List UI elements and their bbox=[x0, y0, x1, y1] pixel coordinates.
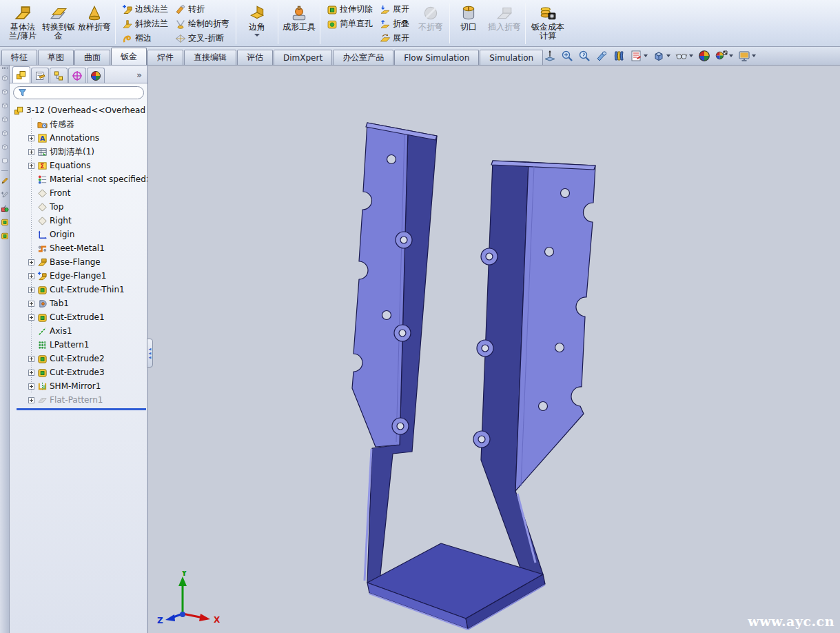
expand-toggle[interactable] bbox=[28, 273, 34, 279]
fold-button[interactable]: 折叠 bbox=[376, 17, 413, 31]
feature-manager-tab[interactable] bbox=[12, 66, 30, 83]
rotate-view-button[interactable] bbox=[595, 50, 608, 62]
edit-appearance-button[interactable] bbox=[698, 50, 710, 62]
tree-item-equations[interactable]: Equations bbox=[10, 159, 147, 172]
cross-break-button[interactable]: 交叉-折断 bbox=[172, 31, 233, 46]
tree-item-cut-extrude1[interactable]: Cut-Extrude1 bbox=[10, 310, 147, 324]
tree-filter-input[interactable] bbox=[27, 88, 139, 97]
tree-item-sheet-metal1[interactable]: Sheet-Metal1 bbox=[10, 241, 147, 255]
tab-surfaces[interactable]: 曲面 bbox=[74, 50, 110, 65]
lofted-bend-button[interactable]: 放样折弯 bbox=[76, 1, 112, 46]
tree-filter[interactable] bbox=[13, 86, 144, 99]
tab-sketch[interactable]: 草图 bbox=[38, 50, 74, 65]
tree-item-flat-pattern1[interactable]: Flat-Pattern1 bbox=[10, 393, 147, 407]
toolbar-grip[interactable] bbox=[2, 67, 8, 69]
expand-toggle[interactable] bbox=[28, 383, 34, 390]
simple-hole-button[interactable]: 简单直孔 bbox=[323, 17, 376, 31]
hem-button[interactable]: 褶边 bbox=[119, 31, 172, 46]
sketch-icon[interactable] bbox=[1, 177, 9, 185]
dropdown-caret[interactable] bbox=[644, 54, 648, 57]
graphics-viewport[interactable]: Y X Z www.ayc.cn bbox=[148, 66, 840, 633]
tab-weldments[interactable]: 焊件 bbox=[147, 50, 183, 65]
tree-item-tab1[interactable]: Tab1 bbox=[10, 297, 147, 310]
convert-to-sheet-metal-button[interactable]: 转换到钣金 bbox=[41, 1, 76, 46]
rollback-bar[interactable] bbox=[17, 408, 146, 410]
view-cube-icon[interactable] bbox=[1, 115, 9, 123]
boss-extrude-icon[interactable] bbox=[1, 218, 9, 226]
zoom-to-area-button[interactable] bbox=[561, 50, 573, 62]
expand-toggle[interactable] bbox=[28, 356, 34, 362]
expand-toggle[interactable] bbox=[28, 163, 34, 169]
tab-features[interactable]: 特征 bbox=[1, 50, 37, 65]
tab-dimxpert[interactable]: DimXpert bbox=[274, 50, 332, 65]
tab-flow-simulation[interactable]: Flow Simulation bbox=[394, 50, 479, 65]
dropdown-caret[interactable] bbox=[689, 54, 693, 57]
section-view-button[interactable] bbox=[613, 50, 625, 62]
tree-item-cut-extrude-thin1[interactable]: Cut-Extrude-Thin1 bbox=[10, 283, 147, 297]
dropdown-caret[interactable] bbox=[752, 54, 756, 57]
tree-item-lpattern1[interactable]: LPattern1 bbox=[10, 338, 147, 352]
miter-flange-button[interactable]: 斜接法兰 bbox=[119, 17, 172, 31]
joist-hanger-model[interactable] bbox=[148, 66, 840, 633]
tree-item-origin[interactable]: Origin bbox=[10, 228, 147, 241]
flatten-button[interactable]: 展开 bbox=[376, 31, 413, 46]
dropdown-caret[interactable] bbox=[729, 54, 733, 57]
extruded-cut-button[interactable]: 拉伸切除 bbox=[323, 2, 376, 17]
jog-button[interactable]: 转折 bbox=[172, 2, 233, 17]
tab-sheet-metal[interactable]: 钣金 bbox=[111, 48, 147, 65]
tree-item-axis1[interactable]: Axis1 bbox=[10, 324, 147, 338]
sheet-metal-costing-button[interactable]: 钣金成本计算 bbox=[529, 1, 567, 46]
expand-toggle[interactable] bbox=[28, 314, 34, 321]
tree-item-part-root[interactable]: 3-12 (Overhead<<Overhead bbox=[10, 103, 147, 117]
expand-toggle[interactable] bbox=[28, 397, 34, 403]
expand-toggle[interactable] bbox=[28, 259, 34, 265]
view-cylinder-icon[interactable] bbox=[1, 157, 9, 165]
panel-splitter-handle[interactable]: ◀◀◀ bbox=[147, 339, 153, 368]
expand-toggle[interactable] bbox=[28, 370, 34, 376]
tree-item-base-flange[interactable]: Base-Flange bbox=[10, 255, 147, 269]
tree-item-material[interactable]: Material <not specified> bbox=[10, 172, 147, 186]
corner-dropdown-caret[interactable] bbox=[254, 34, 260, 37]
view-cube-icon[interactable] bbox=[1, 74, 9, 82]
view-cube-icon[interactable] bbox=[1, 101, 9, 110]
base-flange-button[interactable]: 基体法兰/薄片 bbox=[5, 1, 41, 46]
sketched-bend-button[interactable]: 绘制的折弯 bbox=[172, 17, 233, 31]
display-manager-tab[interactable] bbox=[87, 68, 105, 83]
view-settings-button[interactable] bbox=[738, 50, 756, 62]
tree-item-right-plane[interactable]: Right bbox=[10, 214, 147, 228]
tree-item-sensors[interactable]: 传感器 bbox=[10, 117, 147, 131]
view-cube-icon[interactable] bbox=[1, 143, 9, 151]
tree-item-edge-flange1[interactable]: Edge-Flange1 bbox=[10, 269, 147, 283]
3d-sketch-icon[interactable] bbox=[1, 190, 9, 199]
tab-direct-editing[interactable]: 直接编辑 bbox=[184, 50, 236, 65]
tab-office-products[interactable]: 办公室产品 bbox=[333, 50, 393, 65]
tree-item-cut-list[interactable]: 切割清单(1) bbox=[10, 145, 147, 159]
tree-item-shm-mirror1[interactable]: SHM-Mirror1 bbox=[10, 379, 147, 393]
expand-toggle[interactable] bbox=[28, 135, 34, 141]
apply-scene-button[interactable] bbox=[715, 50, 733, 62]
edge-flange-button[interactable]: 边线法兰 bbox=[119, 2, 172, 17]
display-style-button[interactable] bbox=[675, 50, 693, 62]
property-manager-tab[interactable] bbox=[31, 68, 49, 83]
expand-toggle[interactable] bbox=[28, 301, 34, 307]
cut-extrude-icon[interactable] bbox=[1, 232, 9, 240]
view-cube-icon[interactable] bbox=[1, 129, 9, 137]
tree-item-annotations[interactable]: Annotations bbox=[10, 131, 147, 145]
tree-item-top-plane[interactable]: Top bbox=[10, 200, 147, 214]
dimxpert-manager-tab[interactable] bbox=[68, 68, 86, 83]
expand-toggle[interactable] bbox=[28, 149, 34, 155]
tree-item-cut-extrude3[interactable]: Cut-Extrude3 bbox=[10, 365, 147, 379]
annotation-views-button[interactable] bbox=[630, 50, 648, 62]
dropdown-caret[interactable] bbox=[666, 54, 670, 57]
zoom-in-out-button[interactable] bbox=[578, 50, 591, 62]
view-cube-icon[interactable] bbox=[1, 88, 9, 96]
forming-tool-button[interactable]: 成形工具 bbox=[281, 1, 317, 46]
tab-overflow-chevron[interactable]: » bbox=[136, 70, 146, 83]
tree-item-cut-extrude2[interactable]: Cut-Extrude2 bbox=[10, 352, 147, 365]
tree-item-front-plane[interactable]: Front bbox=[10, 186, 147, 200]
corner-button[interactable]: 边角 bbox=[239, 1, 275, 46]
zoom-to-fit-button[interactable] bbox=[544, 50, 556, 62]
tab-evaluate[interactable]: 评估 bbox=[237, 50, 273, 65]
unfold-button[interactable]: 展开 bbox=[376, 2, 413, 17]
configuration-manager-tab[interactable] bbox=[50, 68, 68, 83]
